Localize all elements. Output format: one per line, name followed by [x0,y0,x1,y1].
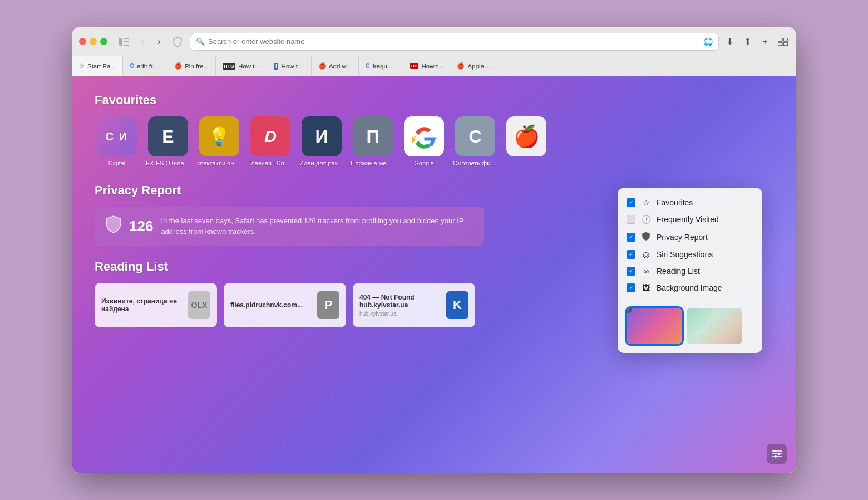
reading-item-2-thumb: P [317,291,339,319]
dropdown-item-favourites[interactable]: ✓ ☆ Favourites [618,194,762,211]
traffic-lights [79,38,107,45]
close-bg-thumb-icon[interactable]: ✕ [627,308,632,313]
search-input[interactable] [208,37,700,46]
dropdown-label-background: Background Image [657,283,722,292]
page-settings-button[interactable] [767,444,787,464]
close-button[interactable] [79,38,86,45]
fav-label-exfs: EX-FS | Онлайн к... [146,160,190,166]
tab-how-t-2[interactable]: i How t... [267,56,312,76]
favourites-grid: С И Digital Е EX-FS | Онлайн к... 💡 [95,116,773,166]
svg-rect-1 [124,38,129,39]
download-icon[interactable]: ⬇ [723,36,736,48]
minimize-button[interactable] [90,38,97,45]
google-favicon-1: G [130,63,134,69]
new-tab-icon[interactable]: + [759,36,771,48]
favourites-title: Favourites [95,93,773,107]
tab-how-t-3[interactable]: DB How t... [403,56,451,76]
bg-thumb-purple[interactable]: ✕ [627,308,682,344]
reading-item-1[interactable]: Извините, страница не найдена OLX [95,283,217,327]
reading-item-2-title: files.pidruchnvk.com... [230,301,313,309]
dropdown-item-privacy[interactable]: ✓ Privacy Report [618,228,762,246]
fav-item-dnative[interactable]: D Главная | Dnative [248,116,293,166]
content-area: Favourites С И Digital Е EX-FS | Онлайн … [72,76,796,473]
fav-item-idei[interactable]: И Идеи для рекламы... [299,116,344,166]
toolbar-right: ⬇ ⬆ + [723,36,789,48]
fav-item-spektakli[interactable]: 💡 спектакли онлайн [197,116,241,166]
sidebar-toggle-button[interactable] [116,36,132,48]
apple-favicon-1: 🍎 [174,62,182,70]
reading-item-3[interactable]: 404 — Not Found hub.kyivstar.ua hub.kyiv… [353,283,475,327]
fav-icon-exfs: Е [148,116,188,156]
fav-item-plyazh[interactable]: П Пляжные места по... [351,116,395,166]
checkbox-privacy[interactable]: ✓ [627,233,635,242]
reading-item-3-title: 404 — Not Found hub.kyivstar.ua [359,293,442,309]
dropdown-label-privacy: Privacy Report [657,233,708,242]
svg-rect-4 [778,38,782,41]
shield-icon-banner [106,215,121,237]
fav-icon-smotret: С [455,116,495,156]
tab-frequ[interactable]: G frequ... [359,56,403,76]
google-favicon-2: G [366,63,370,69]
clock-icon-dd: 🕐 [641,215,651,224]
reading-icon-dd: ∞ [641,267,651,276]
tab-pin-fre[interactable]: 🍎 Pin fre... [167,56,216,76]
dropdown-item-reading[interactable]: ✓ ∞ Reading List [618,263,762,280]
dropdown-label-reading: Reading List [657,267,700,276]
back-button[interactable]: ‹ [136,36,149,48]
bg-thumb-green[interactable] [687,308,742,344]
bg-thumbnails: ✕ [618,303,762,349]
fav-label-digital: Digital [108,160,126,166]
fav-item-google[interactable]: Google [402,116,446,166]
checkbox-reading[interactable]: ✓ [627,267,635,276]
tab-edit-fr[interactable]: G edit fr... [123,56,167,76]
star-icon: ☆ [79,62,85,70]
dropdown-label-favourites: Favourites [657,198,693,207]
svg-rect-6 [778,42,782,46]
svg-point-13 [775,455,777,458]
fav-label-google: Google [414,160,433,166]
dropdown-label-frequently: Frequently Visited [657,215,719,224]
maximize-button[interactable] [100,38,107,45]
fav-label-plyazh: Пляжные места по... [351,160,395,166]
tab-apple[interactable]: 🍎 Apple... [450,56,496,76]
privacy-report-banner[interactable]: 126 In the last seven days, Safari has p… [95,207,484,246]
share-icon[interactable]: ⬆ [741,36,753,48]
dropdown-item-siri[interactable]: ✓ ◎ Siri Suggestions [618,246,762,263]
checkbox-favourites[interactable]: ✓ [627,198,635,207]
reading-item-1-thumb: OLX [188,291,210,319]
fav-icon-idei: И [302,116,342,156]
siri-icon-dd: ◎ [641,250,651,259]
reading-item-2[interactable]: files.pidruchnvk.com... P [224,283,346,327]
forward-button[interactable]: › [153,36,165,48]
svg-rect-3 [124,45,129,46]
tab-how-t-1[interactable]: HTG How t... [216,56,267,76]
tab-start-page[interactable]: ☆ Start Pa... [72,56,123,76]
fav-icon-apple: 🍎 [506,116,546,156]
privacy-description: In the last seven days, Safari has preve… [161,216,473,236]
fav-item-digital[interactable]: С И Digital [95,116,139,166]
dropdown-item-frequently[interactable]: 🕐 Frequently Visited [618,211,762,228]
tab-add-w[interactable]: 🍎 Add w... [312,56,359,76]
svg-point-11 [773,450,776,452]
shield-icon-dd [641,232,651,242]
fav-icon-google [404,116,444,156]
checkbox-background[interactable]: ✓ [627,283,635,292]
address-bar[interactable]: 🔍 🌐 [190,33,719,51]
fav-item-exfs[interactable]: Е EX-FS | Онлайн к... [146,116,190,166]
tab-overview-icon[interactable] [777,36,789,48]
image-icon-dd: 🖼 [641,283,651,292]
svg-rect-7 [783,42,788,46]
fav-item-smotret[interactable]: С Смотреть фильмы... [453,116,497,166]
checkbox-frequently[interactable] [627,215,635,224]
dropdown-item-background[interactable]: ✓ 🖼 Background Image [618,280,762,296]
fav-item-apple[interactable]: 🍎 [504,116,549,166]
checkbox-siri[interactable]: ✓ [627,250,635,259]
reading-item-3-thumb: K [446,291,468,319]
apple-favicon-2: 🍎 [318,62,326,70]
customize-dropdown: ✓ ☆ Favourites 🕐 Frequently Visited ✓ [618,188,762,353]
fav-label-spektakli: спектакли онлайн [197,160,241,166]
shield-icon [170,34,185,50]
browser-window: ‹ › 🔍 🌐 ⬇ ⬆ + [72,27,796,473]
fav-icon-dnative: D [250,116,290,156]
dropdown-divider [618,300,762,300]
